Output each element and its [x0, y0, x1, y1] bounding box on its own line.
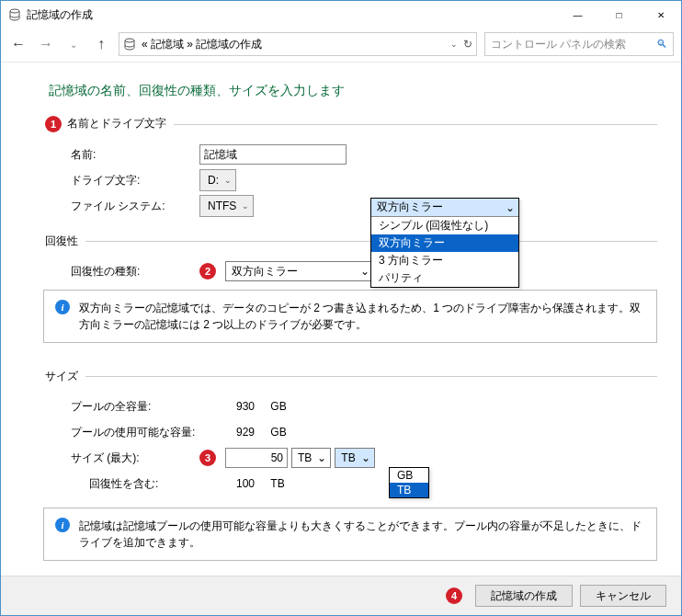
close-button[interactable]: ✕: [640, 1, 681, 29]
storage-icon: [8, 8, 21, 21]
resiliency-select-value: 双方向ミラー: [232, 264, 298, 279]
search-placeholder: コントロール パネルの検索: [491, 37, 626, 52]
chevron-down-icon: ⌄: [360, 265, 369, 278]
resiliency-dropdown-header: 双方向ミラー: [377, 200, 443, 215]
group-size-legend: サイズ: [43, 369, 85, 384]
pool-total-label: プールの全容量:: [43, 399, 199, 415]
chevron-down-icon: ⌄: [361, 451, 370, 464]
create-button[interactable]: 記憶域の作成: [475, 585, 573, 607]
chevron-down-icon: ⌄: [317, 451, 326, 464]
svg-point-1: [125, 39, 134, 42]
pool-total-value: 930: [199, 400, 267, 413]
search-icon[interactable]: 🔍︎: [656, 38, 667, 51]
size-info-box: i 記憶域は記憶域プールの使用可能な容量よりも大きくすることができます。プール内…: [43, 508, 657, 561]
chevron-down-icon: ⌄: [224, 176, 232, 185]
size-input[interactable]: [225, 448, 288, 468]
filesystem-select-value: NTFS: [208, 200, 236, 212]
info-icon: i: [55, 300, 70, 314]
resiliency-option[interactable]: 双方向ミラー: [371, 234, 518, 252]
drive-label: ドライブ文字:: [43, 173, 199, 188]
step-badge-2: 2: [199, 263, 216, 279]
step-badge-4: 4: [446, 587, 462, 604]
resiliency-info-text: 双方向ミラーの記憶域では、データのコピーが 2 つ書き込まれるため、1 つのドラ…: [79, 300, 645, 333]
incl-label: 回復性を含む:: [43, 476, 199, 492]
resiliency-option[interactable]: シンプル (回復性なし): [371, 217, 518, 234]
up-button[interactable]: ↑: [91, 36, 111, 52]
storage-icon: [123, 38, 136, 51]
incl-value: 100: [199, 477, 267, 490]
resiliency-option[interactable]: パリティ: [371, 269, 518, 287]
address-bar[interactable]: « 記憶域 » 記憶域の作成 ⌄ ↻: [119, 32, 477, 56]
maximize-button[interactable]: □: [598, 1, 640, 29]
group-name-legend: 名前とドライブ文字: [67, 117, 166, 130]
breadcrumb[interactable]: « 記憶域 » 記憶域の作成: [142, 37, 262, 52]
resiliency-option[interactable]: 3 方向ミラー: [371, 252, 518, 269]
pool-avail-label: プールの使用可能な容量:: [43, 425, 199, 440]
name-label: 名前:: [43, 147, 199, 163]
resiliency-dropdown-open[interactable]: 双方向ミラー ⌄ シンプル (回復性なし)双方向ミラー3 方向ミラーパリティ: [370, 198, 519, 288]
navbar: ← → ⌄ ↑ « 記憶域 » 記憶域の作成 ⌄ ↻ コントロール パネルの検索…: [1, 29, 681, 60]
footer: 4 記憶域の作成 キャンセル: [1, 576, 681, 615]
cancel-button[interactable]: キャンセル: [580, 585, 666, 607]
resiliency-info-box: i 双方向ミラーの記憶域では、データのコピーが 2 つ書き込まれるため、1 つの…: [43, 290, 657, 343]
refresh-icon[interactable]: ↻: [463, 38, 472, 51]
resiliency-select[interactable]: 双方向ミラー ⌄: [225, 261, 374, 281]
forward-button: →: [36, 36, 56, 52]
resiliency-type-label: 回復性の種類:: [43, 264, 199, 279]
step-badge-1: 1: [45, 116, 62, 132]
chevron-down-icon: ⌄: [506, 201, 515, 214]
size-unit-select-1[interactable]: TB ⌄: [291, 448, 331, 468]
size-unit1-value: TB: [298, 451, 312, 464]
size-label: サイズ (最大):: [43, 451, 199, 466]
page-heading: 記憶域の名前、回復性の種類、サイズを入力します: [49, 83, 657, 99]
size-unit-select-2[interactable]: TB ⌄: [335, 448, 374, 468]
back-button[interactable]: ←: [8, 36, 28, 52]
unit-dropdown-open[interactable]: GBTB: [389, 467, 429, 498]
unit-option[interactable]: GB: [390, 468, 428, 483]
drive-select[interactable]: D: ⌄: [199, 169, 236, 191]
info-icon: i: [55, 518, 70, 532]
group-name-drive: 1名前とドライブ文字 名前: ドライブ文字: D: ⌄ ファイル システム: N…: [43, 116, 657, 224]
window-title: 記憶域の作成: [27, 7, 557, 23]
drive-select-value: D:: [208, 174, 219, 187]
size-unit2-value: TB: [341, 451, 355, 464]
pool-avail-value: 929: [199, 426, 267, 439]
incl-unit: TB: [270, 477, 298, 490]
search-input[interactable]: コントロール パネルの検索 🔍︎: [484, 32, 674, 56]
unit-option[interactable]: TB: [390, 483, 428, 497]
filesystem-select[interactable]: NTFS ⌄: [199, 195, 254, 217]
name-input[interactable]: [199, 144, 347, 165]
pool-avail-unit: GB: [270, 426, 298, 439]
pool-total-unit: GB: [270, 400, 298, 413]
group-size: サイズ プールの全容量: 930 GB プールの使用可能な容量: 929 GB …: [43, 369, 657, 577]
recent-dropdown-icon[interactable]: ⌄: [63, 40, 84, 50]
svg-point-0: [10, 9, 19, 13]
titlebar: 記憶域の作成 — □ ✕: [1, 1, 681, 29]
chevron-down-icon: ⌄: [242, 201, 249, 211]
chevron-down-icon[interactable]: ⌄: [450, 40, 458, 49]
minimize-button[interactable]: —: [557, 1, 598, 29]
size-info-text: 記憶域は記憶域プールの使用可能な容量よりも大きくすることができます。プール内の容…: [79, 518, 645, 551]
group-resiliency-legend: 回復性: [43, 234, 85, 249]
group-resiliency: 回復性 回復性の種類: 2 双方向ミラー ⌄ i 双方向ミラーの記憶域では、デー…: [43, 234, 657, 359]
step-badge-3: 3: [199, 450, 216, 466]
fs-label: ファイル システム:: [43, 199, 199, 214]
